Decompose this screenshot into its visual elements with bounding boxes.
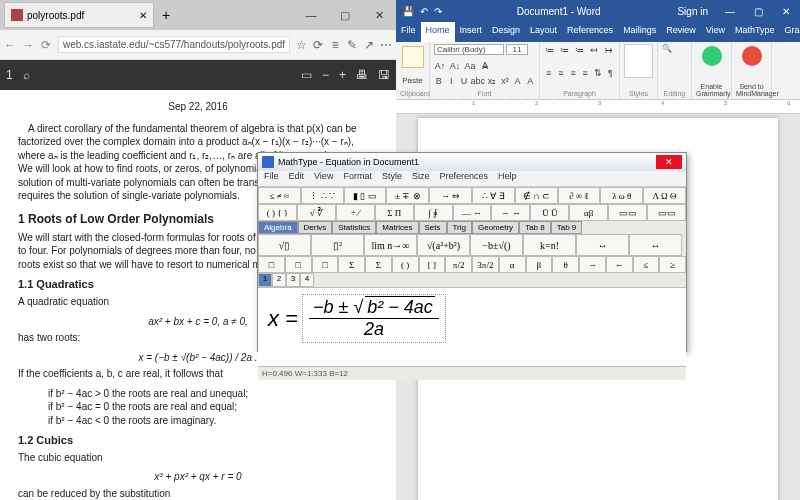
palette-cell[interactable]: ± ∓ ⊗ [386,187,429,204]
pdf-print-icon[interactable]: 🖶 [356,68,368,82]
palette-cell[interactable]: □ [285,256,312,273]
palette-cell[interactable]: ∴ ∀ ∃ [472,187,515,204]
strike-button[interactable]: abc [472,75,484,87]
palette-cell[interactable]: k=n! [523,234,576,256]
decrease-indent-icon[interactable]: ↤ [588,44,600,56]
palette-cell[interactable]: ▭▭ [647,204,686,221]
styles-group[interactable]: Styles [620,42,658,99]
close-window-button[interactable]: ✕ [362,0,396,30]
justify-icon[interactable]: ≡ [581,67,590,79]
increase-indent-icon[interactable]: ↦ [603,44,615,56]
word-ruler[interactable]: · · · 1 · · · 2 · · · 3 · · · 4 · · · 5 … [396,100,800,114]
more-icon[interactable]: ⋯ [380,38,392,52]
palette-cell[interactable]: — ↔ [453,204,492,221]
tab-mathtype[interactable]: MathType [730,22,780,42]
tab-design[interactable]: Design [487,22,525,42]
subscript-button[interactable]: x₂ [487,75,498,87]
palette-tab[interactable]: Tab 8 [519,221,551,234]
highlight-button[interactable]: A [513,75,523,87]
paste-icon[interactable] [402,46,424,68]
url-field[interactable]: web.cs.iastate.edu/~cs577/handouts/polyr… [58,36,290,53]
styles-gallery[interactable] [624,44,653,78]
undo-icon[interactable]: ↶ [420,6,428,17]
find-icon[interactable]: 🔍 [662,44,687,53]
grow-font-icon[interactable]: A↑ [434,60,446,72]
palette-cell[interactable]: αβ [569,204,608,221]
palette-cell[interactable]: √ ∛ [297,204,336,221]
palette-cell[interactable]: α [499,256,526,273]
menu-preferences[interactable]: Preferences [439,171,488,186]
favorites-icon[interactable]: ⟳ [313,38,324,52]
palette-cell[interactable]: ∉ ∩ ⊂ [515,187,558,204]
save-icon[interactable]: 💾 [402,6,414,17]
palette-cell[interactable]: Σ [338,256,365,273]
word-close[interactable]: ✕ [772,6,800,17]
palette-cell[interactable]: π/2 [445,256,472,273]
palette-cell[interactable]: 3π/2 [472,256,499,273]
palette-cell[interactable]: ÷ ⁄ [336,204,375,221]
show-marks-icon[interactable]: ¶ [606,67,615,79]
maximize-button[interactable]: ▢ [328,0,362,30]
palette-cell[interactable]: β [526,256,553,273]
mathtype-titlebar[interactable]: MathType - Equation in Document1 ✕ [258,153,686,171]
tab-home[interactable]: Home [421,22,455,42]
menu-style[interactable]: Style [382,171,402,186]
palette-cell[interactable]: → ↔ [491,204,530,221]
palette-tab[interactable]: Derivs [298,221,333,234]
tiny-tab[interactable]: 1 [258,273,272,287]
hub-icon[interactable]: ≡ [330,38,341,52]
palette-cell[interactable]: ∂ ∞ ℓ [558,187,601,204]
palette-cell[interactable]: ▯² [311,234,364,256]
editing-group[interactable]: 🔍 Editing [658,42,692,99]
palette-cell[interactable]: ≤ [633,256,660,273]
align-right-icon[interactable]: ≡ [568,67,577,79]
tab-review[interactable]: Review [661,22,701,42]
tab-view[interactable]: View [701,22,730,42]
palette-tab[interactable]: Statistics [332,221,376,234]
word-maximize[interactable]: ▢ [744,6,772,17]
grammarly-icon[interactable] [702,46,722,66]
tab-references[interactable]: References [562,22,618,42]
palette-cell[interactable]: lim n→∞ [364,234,417,256]
align-left-icon[interactable]: ≡ [544,67,553,79]
pdf-zoom-in[interactable]: + [339,68,346,82]
bold-button[interactable]: B [434,75,444,87]
mathtype-close-button[interactable]: ✕ [656,155,682,169]
palette-cell[interactable]: [ ] [419,256,446,273]
palette-cell[interactable]: Σ Π [375,204,414,221]
palette-cell[interactable]: Ū Ŭ [530,204,569,221]
palette-cell[interactable]: ≥ [659,256,686,273]
tiny-tab[interactable]: 3 [286,273,300,287]
palette-cell[interactable]: √(a²+b²) [417,234,470,256]
palette-cell[interactable]: ▭▭ [608,204,647,221]
word-sign-in[interactable]: Sign in [669,6,716,17]
tab-file[interactable]: File [396,22,421,42]
palette-cell[interactable]: Λ Ω Θ [643,187,686,204]
font-name-field[interactable]: Calibri (Body) [434,44,504,55]
palette-cell[interactable]: ▮ ▯ ▭ [344,187,387,204]
palette-cell[interactable]: □ [312,256,339,273]
numbering-icon[interactable]: ≔ [559,44,571,56]
redo-icon[interactable]: ↷ [434,6,442,17]
mathtype-equation[interactable]: x = −b ± √b² − 4ac 2a [268,294,446,343]
tiny-tab[interactable]: 2 [272,273,286,287]
palette-tab[interactable]: Algebra [258,221,298,234]
palette-cell[interactable]: ← [606,256,633,273]
browser-tab[interactable]: polyroots.pdf ✕ [4,2,154,28]
palette-cell[interactable]: □ [258,256,285,273]
palette-cell[interactable]: −b±√() [470,234,523,256]
change-case-icon[interactable]: Aa [464,60,476,72]
mathtype-window[interactable]: MathType - Equation in Document1 ✕ File … [257,152,687,352]
mindmanager-icon[interactable] [742,46,762,66]
palette-cell[interactable]: ( ) { } [258,204,297,221]
palette-tab[interactable]: Trig [447,221,472,234]
paste-label[interactable]: Paste [400,76,425,85]
palette-tab[interactable]: Geometry [472,221,519,234]
minimize-button[interactable]: — [294,0,328,30]
bullets-icon[interactable]: ≔ [544,44,556,56]
line-spacing-icon[interactable]: ⇅ [593,67,603,79]
palette-tab[interactable]: Matrices [376,221,418,234]
menu-edit[interactable]: Edit [289,171,305,186]
mathtype-canvas[interactable]: x = −b ± √b² − 4ac 2a [258,288,686,366]
palette-cell[interactable]: ≤ ≠ ≈ [258,187,301,204]
